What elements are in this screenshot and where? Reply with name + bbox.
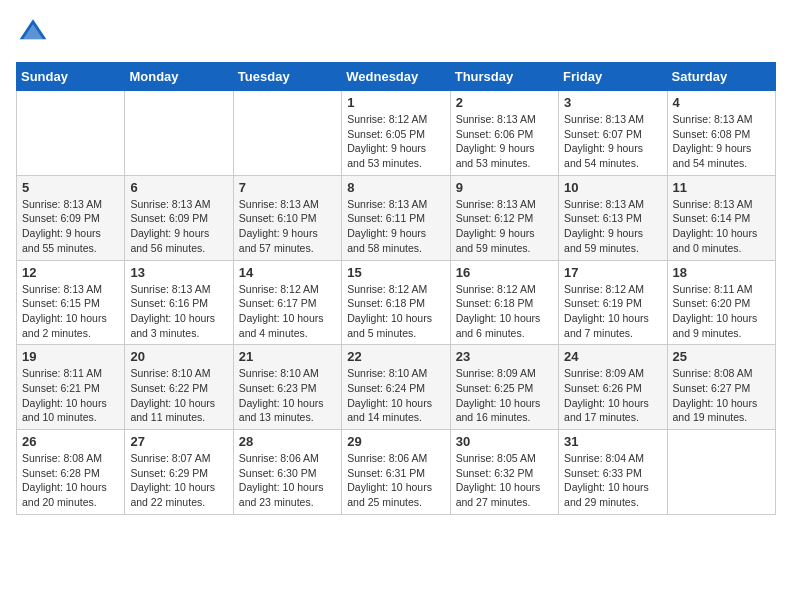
day-number: 28 <box>239 434 336 449</box>
calendar-cell: 4Sunrise: 8:13 AM Sunset: 6:08 PM Daylig… <box>667 91 775 176</box>
day-number: 8 <box>347 180 444 195</box>
day-number: 23 <box>456 349 553 364</box>
week-row-3: 12Sunrise: 8:13 AM Sunset: 6:15 PM Dayli… <box>17 260 776 345</box>
calendar-cell: 29Sunrise: 8:06 AM Sunset: 6:31 PM Dayli… <box>342 430 450 515</box>
day-number: 29 <box>347 434 444 449</box>
calendar-cell: 12Sunrise: 8:13 AM Sunset: 6:15 PM Dayli… <box>17 260 125 345</box>
weekday-header-saturday: Saturday <box>667 63 775 91</box>
weekday-header-thursday: Thursday <box>450 63 558 91</box>
logo-icon <box>18 16 48 46</box>
calendar-cell: 30Sunrise: 8:05 AM Sunset: 6:32 PM Dayli… <box>450 430 558 515</box>
day-info: Sunrise: 8:06 AM Sunset: 6:30 PM Dayligh… <box>239 451 336 510</box>
day-info: Sunrise: 8:10 AM Sunset: 6:24 PM Dayligh… <box>347 366 444 425</box>
calendar-cell <box>667 430 775 515</box>
calendar-cell <box>17 91 125 176</box>
week-row-1: 1Sunrise: 8:12 AM Sunset: 6:05 PM Daylig… <box>17 91 776 176</box>
day-info: Sunrise: 8:09 AM Sunset: 6:26 PM Dayligh… <box>564 366 661 425</box>
calendar-cell <box>233 91 341 176</box>
day-info: Sunrise: 8:13 AM Sunset: 6:14 PM Dayligh… <box>673 197 770 256</box>
page-header <box>16 16 776 50</box>
day-number: 12 <box>22 265 119 280</box>
day-info: Sunrise: 8:13 AM Sunset: 6:09 PM Dayligh… <box>22 197 119 256</box>
day-info: Sunrise: 8:13 AM Sunset: 6:09 PM Dayligh… <box>130 197 227 256</box>
day-number: 9 <box>456 180 553 195</box>
calendar-cell: 19Sunrise: 8:11 AM Sunset: 6:21 PM Dayli… <box>17 345 125 430</box>
calendar-cell: 6Sunrise: 8:13 AM Sunset: 6:09 PM Daylig… <box>125 175 233 260</box>
day-number: 15 <box>347 265 444 280</box>
calendar-cell: 28Sunrise: 8:06 AM Sunset: 6:30 PM Dayli… <box>233 430 341 515</box>
day-number: 4 <box>673 95 770 110</box>
calendar-cell: 26Sunrise: 8:08 AM Sunset: 6:28 PM Dayli… <box>17 430 125 515</box>
calendar-cell: 18Sunrise: 8:11 AM Sunset: 6:20 PM Dayli… <box>667 260 775 345</box>
weekday-header-monday: Monday <box>125 63 233 91</box>
day-number: 20 <box>130 349 227 364</box>
day-number: 25 <box>673 349 770 364</box>
day-info: Sunrise: 8:12 AM Sunset: 6:18 PM Dayligh… <box>347 282 444 341</box>
day-number: 24 <box>564 349 661 364</box>
calendar-cell: 5Sunrise: 8:13 AM Sunset: 6:09 PM Daylig… <box>17 175 125 260</box>
calendar-cell: 25Sunrise: 8:08 AM Sunset: 6:27 PM Dayli… <box>667 345 775 430</box>
calendar-cell: 16Sunrise: 8:12 AM Sunset: 6:18 PM Dayli… <box>450 260 558 345</box>
weekday-header-row: SundayMondayTuesdayWednesdayThursdayFrid… <box>17 63 776 91</box>
day-info: Sunrise: 8:13 AM Sunset: 6:11 PM Dayligh… <box>347 197 444 256</box>
day-info: Sunrise: 8:11 AM Sunset: 6:20 PM Dayligh… <box>673 282 770 341</box>
calendar-cell: 8Sunrise: 8:13 AM Sunset: 6:11 PM Daylig… <box>342 175 450 260</box>
week-row-5: 26Sunrise: 8:08 AM Sunset: 6:28 PM Dayli… <box>17 430 776 515</box>
day-info: Sunrise: 8:13 AM Sunset: 6:08 PM Dayligh… <box>673 112 770 171</box>
day-number: 22 <box>347 349 444 364</box>
calendar-cell: 15Sunrise: 8:12 AM Sunset: 6:18 PM Dayli… <box>342 260 450 345</box>
day-number: 21 <box>239 349 336 364</box>
day-info: Sunrise: 8:13 AM Sunset: 6:07 PM Dayligh… <box>564 112 661 171</box>
day-info: Sunrise: 8:11 AM Sunset: 6:21 PM Dayligh… <box>22 366 119 425</box>
day-info: Sunrise: 8:10 AM Sunset: 6:22 PM Dayligh… <box>130 366 227 425</box>
day-info: Sunrise: 8:12 AM Sunset: 6:19 PM Dayligh… <box>564 282 661 341</box>
calendar-cell: 1Sunrise: 8:12 AM Sunset: 6:05 PM Daylig… <box>342 91 450 176</box>
day-number: 2 <box>456 95 553 110</box>
week-row-4: 19Sunrise: 8:11 AM Sunset: 6:21 PM Dayli… <box>17 345 776 430</box>
calendar-cell: 31Sunrise: 8:04 AM Sunset: 6:33 PM Dayli… <box>559 430 667 515</box>
day-info: Sunrise: 8:13 AM Sunset: 6:15 PM Dayligh… <box>22 282 119 341</box>
day-number: 11 <box>673 180 770 195</box>
day-number: 5 <box>22 180 119 195</box>
day-info: Sunrise: 8:12 AM Sunset: 6:18 PM Dayligh… <box>456 282 553 341</box>
calendar-cell: 3Sunrise: 8:13 AM Sunset: 6:07 PM Daylig… <box>559 91 667 176</box>
calendar: SundayMondayTuesdayWednesdayThursdayFrid… <box>16 62 776 515</box>
logo <box>16 16 48 50</box>
calendar-cell: 22Sunrise: 8:10 AM Sunset: 6:24 PM Dayli… <box>342 345 450 430</box>
day-info: Sunrise: 8:05 AM Sunset: 6:32 PM Dayligh… <box>456 451 553 510</box>
day-number: 31 <box>564 434 661 449</box>
day-number: 7 <box>239 180 336 195</box>
day-info: Sunrise: 8:10 AM Sunset: 6:23 PM Dayligh… <box>239 366 336 425</box>
calendar-cell: 17Sunrise: 8:12 AM Sunset: 6:19 PM Dayli… <box>559 260 667 345</box>
day-number: 19 <box>22 349 119 364</box>
day-info: Sunrise: 8:09 AM Sunset: 6:25 PM Dayligh… <box>456 366 553 425</box>
calendar-cell: 23Sunrise: 8:09 AM Sunset: 6:25 PM Dayli… <box>450 345 558 430</box>
calendar-cell: 9Sunrise: 8:13 AM Sunset: 6:12 PM Daylig… <box>450 175 558 260</box>
day-number: 10 <box>564 180 661 195</box>
day-info: Sunrise: 8:13 AM Sunset: 6:13 PM Dayligh… <box>564 197 661 256</box>
day-number: 18 <box>673 265 770 280</box>
calendar-cell: 24Sunrise: 8:09 AM Sunset: 6:26 PM Dayli… <box>559 345 667 430</box>
calendar-cell: 2Sunrise: 8:13 AM Sunset: 6:06 PM Daylig… <box>450 91 558 176</box>
day-info: Sunrise: 8:13 AM Sunset: 6:06 PM Dayligh… <box>456 112 553 171</box>
day-number: 13 <box>130 265 227 280</box>
weekday-header-wednesday: Wednesday <box>342 63 450 91</box>
week-row-2: 5Sunrise: 8:13 AM Sunset: 6:09 PM Daylig… <box>17 175 776 260</box>
day-info: Sunrise: 8:06 AM Sunset: 6:31 PM Dayligh… <box>347 451 444 510</box>
calendar-cell: 21Sunrise: 8:10 AM Sunset: 6:23 PM Dayli… <box>233 345 341 430</box>
day-number: 14 <box>239 265 336 280</box>
day-number: 26 <box>22 434 119 449</box>
day-info: Sunrise: 8:07 AM Sunset: 6:29 PM Dayligh… <box>130 451 227 510</box>
day-number: 1 <box>347 95 444 110</box>
weekday-header-friday: Friday <box>559 63 667 91</box>
day-info: Sunrise: 8:08 AM Sunset: 6:27 PM Dayligh… <box>673 366 770 425</box>
weekday-header-sunday: Sunday <box>17 63 125 91</box>
day-number: 6 <box>130 180 227 195</box>
calendar-cell: 11Sunrise: 8:13 AM Sunset: 6:14 PM Dayli… <box>667 175 775 260</box>
calendar-cell: 10Sunrise: 8:13 AM Sunset: 6:13 PM Dayli… <box>559 175 667 260</box>
day-info: Sunrise: 8:13 AM Sunset: 6:12 PM Dayligh… <box>456 197 553 256</box>
day-number: 27 <box>130 434 227 449</box>
day-info: Sunrise: 8:13 AM Sunset: 6:16 PM Dayligh… <box>130 282 227 341</box>
day-number: 3 <box>564 95 661 110</box>
calendar-cell: 27Sunrise: 8:07 AM Sunset: 6:29 PM Dayli… <box>125 430 233 515</box>
